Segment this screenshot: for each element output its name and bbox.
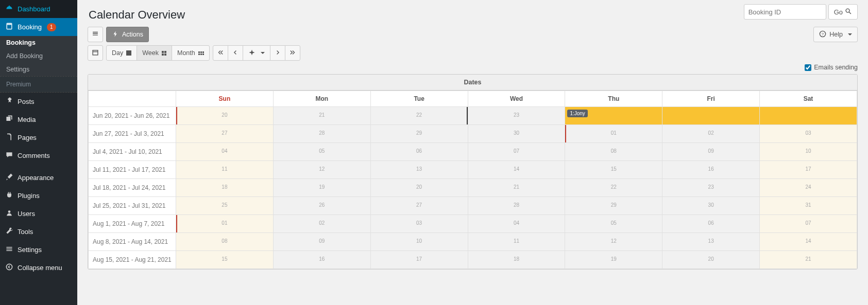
calendar-day-cell[interactable]: 30 — [468, 125, 565, 143]
sidebar-sub-bookings[interactable]: Bookings — [0, 36, 77, 49]
calendar-day-cell[interactable]: 22 — [565, 179, 662, 197]
calendar-day-cell[interactable]: 19 — [565, 251, 662, 269]
calendar-day-cell[interactable]: 06 — [370, 143, 468, 161]
emails-sending-checkbox[interactable] — [805, 64, 811, 71]
sliders-icon — [5, 245, 13, 255]
calendar-day-cell[interactable]: 15 — [565, 161, 662, 179]
calendar-day-cell[interactable]: 17 — [370, 251, 468, 269]
calendar-day-cell[interactable]: 30 — [662, 197, 760, 215]
calendar-day-cell[interactable]: 05 — [273, 143, 370, 161]
calendar-day-cell[interactable]: 11 — [468, 233, 565, 251]
calendar-day-cell[interactable]: 21 — [273, 107, 370, 125]
sidebar-item-posts[interactable]: Posts — [0, 93, 77, 111]
sidebar-item-plugins[interactable]: Plugins — [0, 187, 77, 205]
view-week-button[interactable]: Week — [137, 45, 172, 61]
calendar-day-cell[interactable]: 01 — [565, 125, 662, 143]
calendar-day-cell[interactable]: 26 — [273, 197, 370, 215]
view-day-button[interactable]: Day — [106, 45, 137, 61]
calendar-day-cell[interactable]: 21 — [760, 251, 857, 269]
svg-text:?: ? — [822, 31, 824, 36]
calendar-day-cell[interactable]: 14 — [760, 233, 857, 251]
calendar-day-cell[interactable]: 29 — [565, 197, 662, 215]
calendar-day-cell[interactable]: 08 — [565, 143, 662, 161]
sidebar-item-appearance[interactable]: Appearance — [0, 169, 77, 187]
actions-button[interactable]: Actions — [106, 27, 149, 42]
sidebar-item-media[interactable]: Media — [0, 111, 77, 129]
calendar-day-cell[interactable]: 10 — [760, 143, 857, 161]
calendar-day-cell[interactable]: 02 — [273, 215, 370, 233]
calendar-day-cell[interactable]: 10 — [370, 233, 468, 251]
calendar-day-cell[interactable]: 28 — [468, 197, 565, 215]
calendar-day-cell[interactable]: 23 — [662, 179, 760, 197]
calendar-day-cell[interactable]: 18 — [468, 251, 565, 269]
calendar-day-cell[interactable]: 20 — [662, 251, 760, 269]
calendar-day-cell[interactable]: 17 — [760, 161, 857, 179]
sidebar-sub-settings[interactable]: Settings — [0, 63, 77, 76]
booking-id-input[interactable] — [744, 4, 826, 20]
sidebar-item-settings[interactable]: Settings — [0, 241, 77, 259]
sidebar-item-collapse[interactable]: Collapse menu — [0, 259, 77, 277]
sidebar-item-tools[interactable]: Tools — [0, 223, 77, 241]
booking-pill[interactable]: 1:Jony — [567, 110, 587, 117]
calendar-day-cell[interactable]: 20 — [370, 179, 468, 197]
calendar-day-cell[interactable]: 23 — [468, 107, 565, 125]
calendar-day-cell[interactable]: 12 — [273, 161, 370, 179]
calendar-day-cell[interactable]: 15 — [176, 251, 274, 269]
calendar-day-cell[interactable]: 25 — [176, 197, 274, 215]
list-view-button[interactable] — [88, 27, 103, 42]
sidebar-item-users[interactable]: Users — [0, 205, 77, 223]
calendar-day-cell[interactable]: 16 — [662, 161, 760, 179]
calendar-day-cell[interactable]: 09 — [662, 143, 760, 161]
nav-prev-button[interactable] — [228, 45, 243, 61]
sidebar-item-booking[interactable]: Booking 1 — [0, 18, 77, 36]
calendar-view-button[interactable] — [88, 45, 103, 61]
calendar-day-cell[interactable]: 19 — [273, 179, 370, 197]
calendar-day-cell[interactable]: 04 — [468, 215, 565, 233]
calendar-dates-header: Dates — [88, 75, 857, 91]
sidebar-item-dashboard[interactable]: Dashboard — [0, 0, 77, 18]
calendar-day-cell[interactable]: 27 — [176, 125, 274, 143]
calendar-day-cell[interactable]: 24 — [760, 179, 857, 197]
calendar-day-cell[interactable]: 22 — [370, 107, 468, 125]
calendar-day-cell[interactable]: 04 — [176, 143, 274, 161]
calendar-day-cell[interactable]: 03 — [760, 125, 857, 143]
calendar-day-cell[interactable]: 05 — [565, 215, 662, 233]
calendar-day-cell[interactable]: 14 — [468, 161, 565, 179]
calendar-day-cell[interactable]: 06 — [662, 215, 760, 233]
day-number: 17 — [371, 251, 468, 262]
calendar-day-cell[interactable]: 07 — [468, 143, 565, 161]
calendar-day-cell[interactable]: 13 — [370, 161, 468, 179]
calendar-day-cell[interactable]: 20 — [176, 107, 274, 125]
calendar-day-cell[interactable]: 28 — [273, 125, 370, 143]
go-button[interactable]: Go — [828, 4, 858, 20]
calendar-day-cell[interactable]: 31 — [760, 197, 857, 215]
day-number: 27 — [371, 197, 468, 208]
nav-next-button[interactable] — [270, 45, 285, 61]
week-label: Jun 20, 2021 - Jun 26, 2021 — [89, 107, 176, 125]
calendar-day-cell[interactable]: 09 — [273, 233, 370, 251]
calendar-day-cell[interactable]: 01 — [176, 215, 274, 233]
calendar-day-cell[interactable]: 07 — [760, 215, 857, 233]
view-month-button[interactable]: Month — [172, 45, 210, 61]
calendar-day-cell[interactable]: 1:Jony — [565, 107, 662, 125]
calendar-day-cell[interactable]: 16 — [273, 251, 370, 269]
calendar-day-cell[interactable] — [760, 107, 857, 125]
calendar-day-cell[interactable]: 02 — [662, 125, 760, 143]
help-button[interactable]: ?Help — [813, 27, 858, 42]
calendar-day-cell[interactable]: 03 — [370, 215, 468, 233]
calendar-day-cell[interactable]: 21 — [468, 179, 565, 197]
nav-today-button[interactable] — [243, 45, 270, 61]
sidebar-item-pages[interactable]: Pages — [0, 129, 77, 147]
sidebar-item-comments[interactable]: Comments — [0, 147, 77, 165]
nav-first-button[interactable] — [213, 45, 228, 61]
calendar-day-cell[interactable]: 18 — [176, 179, 274, 197]
calendar-day-cell[interactable]: 13 — [662, 233, 760, 251]
nav-last-button[interactable] — [285, 45, 300, 61]
calendar-day-cell[interactable] — [662, 107, 760, 125]
calendar-day-cell[interactable]: 29 — [370, 125, 468, 143]
calendar-day-cell[interactable]: 12 — [565, 233, 662, 251]
calendar-day-cell[interactable]: 27 — [370, 197, 468, 215]
calendar-day-cell[interactable]: 08 — [176, 233, 274, 251]
sidebar-sub-add-booking[interactable]: Add Booking — [0, 49, 77, 63]
calendar-day-cell[interactable]: 11 — [176, 161, 274, 179]
